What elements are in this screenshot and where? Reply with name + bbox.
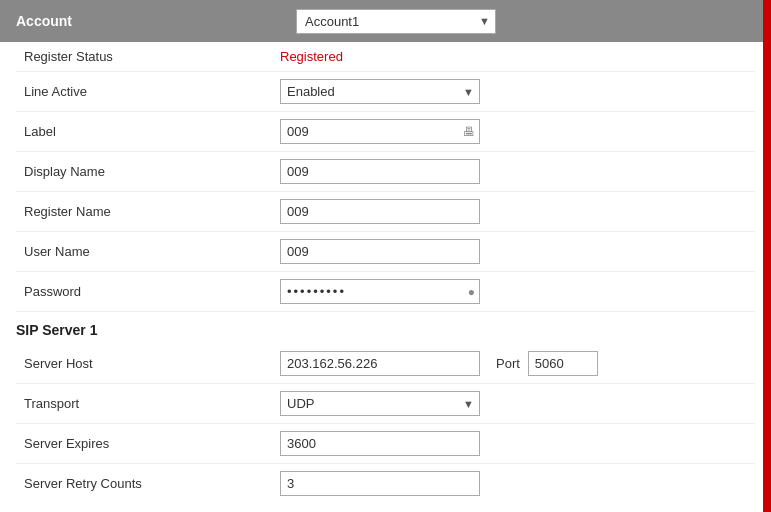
transport-select-wrap[interactable]: UDP TCP TLS ▼ [280, 391, 480, 416]
password-eye-icon[interactable]: ● [468, 285, 475, 299]
port-label: Port [496, 356, 520, 371]
line-active-row: Line Active Enabled Disabled ▼ [16, 72, 755, 112]
display-name-row: Display Name [16, 152, 755, 192]
label-input-wrap: 🖶 [280, 119, 480, 144]
register-name-input[interactable] [280, 199, 480, 224]
register-status-row: Register Status Registered [16, 42, 755, 72]
server-expires-input[interactable] [280, 431, 480, 456]
register-status-label: Register Status [16, 49, 280, 64]
transport-select[interactable]: UDP TCP TLS [280, 391, 480, 416]
password-input-wrap: ● [280, 279, 480, 304]
user-name-label: User Name [16, 244, 280, 259]
register-name-row: Register Name [16, 192, 755, 232]
server-retry-input[interactable] [280, 471, 480, 496]
sip-server-heading: SIP Server 1 [16, 312, 755, 344]
password-input[interactable] [280, 279, 480, 304]
display-name-label: Display Name [16, 164, 280, 179]
header-row: Account Account1 Account2 Account3 ▼ [0, 0, 771, 42]
display-name-input[interactable] [280, 159, 480, 184]
account-select[interactable]: Account1 Account2 Account3 [296, 9, 496, 34]
password-label: Password [16, 284, 280, 299]
account-header-label: Account [16, 13, 296, 29]
form-section: Register Status Registered Line Active E… [0, 42, 771, 503]
line-active-select-wrap[interactable]: Enabled Disabled ▼ [280, 79, 480, 104]
port-input[interactable] [528, 351, 598, 376]
right-border-accent [763, 0, 771, 512]
line-active-label: Line Active [16, 84, 280, 99]
server-host-input-group: Port [280, 351, 598, 376]
server-retry-label: Server Retry Counts [16, 476, 280, 491]
user-name-input[interactable] [280, 239, 480, 264]
server-host-input[interactable] [280, 351, 480, 376]
transport-row: Transport UDP TCP TLS ▼ [16, 384, 755, 424]
server-retry-row: Server Retry Counts [16, 464, 755, 503]
server-host-row: Server Host Port [16, 344, 755, 384]
main-content: Account Account1 Account2 Account3 ▼ Reg… [0, 0, 771, 512]
register-status-value: Registered [280, 49, 343, 64]
password-row: Password ● [16, 272, 755, 312]
server-expires-label: Server Expires [16, 436, 280, 451]
user-name-row: User Name [16, 232, 755, 272]
page-wrapper: Account Account1 Account2 Account3 ▼ Reg… [0, 0, 771, 512]
label-input[interactable] [280, 119, 480, 144]
line-active-select[interactable]: Enabled Disabled [280, 79, 480, 104]
label-field-label: Label [16, 124, 280, 139]
account-select-wrap[interactable]: Account1 Account2 Account3 ▼ [296, 9, 496, 34]
server-expires-row: Server Expires [16, 424, 755, 464]
label-icon: 🖶 [463, 125, 475, 139]
transport-label: Transport [16, 396, 280, 411]
register-name-label: Register Name [16, 204, 280, 219]
label-row: Label 🖶 [16, 112, 755, 152]
server-host-label: Server Host [16, 356, 280, 371]
